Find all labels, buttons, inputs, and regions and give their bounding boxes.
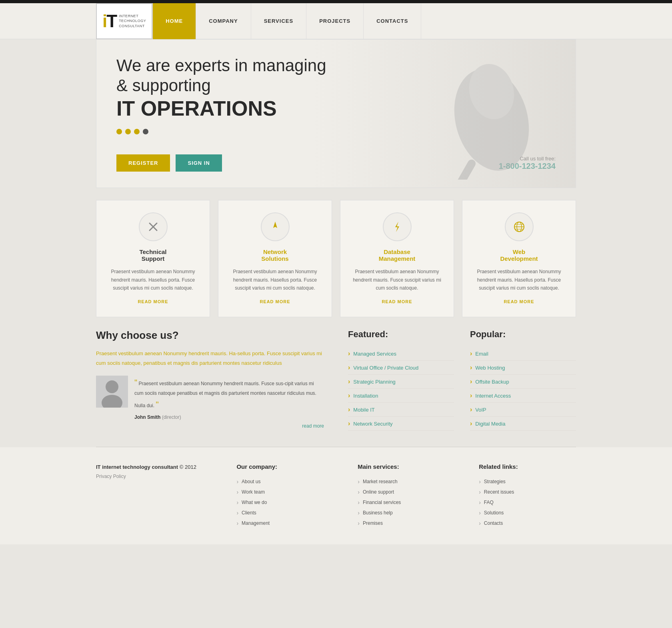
hero-line3: IT OPERATIONS bbox=[116, 96, 556, 121]
svg-line-2 bbox=[456, 164, 472, 180]
feature-database: DatabaseManagement Praesent vestibulum a… bbox=[340, 200, 454, 317]
featured-section: Featured: Managed Services Virtual Offic… bbox=[348, 329, 454, 431]
footer-services-premises[interactable]: Premises bbox=[358, 518, 455, 528]
feature-readmore-network[interactable]: READ MORE bbox=[260, 299, 290, 304]
hero-dots bbox=[116, 129, 556, 134]
popular-title: Popular: bbox=[470, 329, 576, 340]
footer-services-business[interactable]: Business help bbox=[358, 508, 455, 518]
why-quote: Praesent vestibulum aenean Nonummy hendr… bbox=[96, 349, 324, 368]
footer-related-solutions[interactable]: Solutions bbox=[479, 508, 576, 518]
tools-icon bbox=[146, 220, 160, 234]
nav-services[interactable]: SERVICES bbox=[251, 3, 307, 39]
feature-desc-web: Praesent vestibulum aenean Nonummy hendr… bbox=[472, 268, 566, 292]
footer-copyright: © 2012 bbox=[180, 464, 196, 470]
nav-contacts[interactable]: CONTACTS bbox=[364, 3, 421, 39]
footer-related-faq[interactable]: FAQ bbox=[479, 497, 576, 508]
logo[interactable]: iT INTERNET TECHNOLOGY CONSULTANT bbox=[96, 3, 152, 39]
feature-title-network: NetworkSolutions bbox=[228, 248, 322, 262]
featured-item-network[interactable]: Network Security bbox=[348, 417, 454, 431]
footer-company: Our company: About us Work team What we … bbox=[236, 463, 334, 528]
why-choose: Why choose us? Praesent vestibulum aenea… bbox=[96, 329, 348, 431]
author-role: (director) bbox=[162, 414, 181, 420]
register-button[interactable]: REGISTER bbox=[116, 154, 170, 172]
featured-item-managed[interactable]: Managed Services bbox=[348, 347, 454, 361]
hero-content: We are experts in managing & supporting … bbox=[116, 56, 556, 142]
feature-icon-database bbox=[383, 212, 412, 241]
featured-popular: Featured: Managed Services Virtual Offic… bbox=[348, 329, 576, 431]
footer-brand-name: IT internet technology consultant © 2012 bbox=[96, 463, 212, 471]
why-choose-title: Why choose us? bbox=[96, 329, 324, 342]
footer-related-strategies[interactable]: Strategies bbox=[479, 476, 576, 487]
footer: IT internet technology consultant © 2012… bbox=[0, 447, 672, 544]
featured-item-mobile[interactable]: Mobile IT bbox=[348, 403, 454, 417]
read-more-link[interactable]: read more bbox=[134, 423, 324, 429]
pointer-icon bbox=[268, 220, 282, 234]
hero-line1: We are experts in managing bbox=[116, 56, 326, 75]
featured-item-virtual[interactable]: Virtual Office / Private Cloud bbox=[348, 361, 454, 375]
feature-web: WebDevelopment Praesent vestibulum aenea… bbox=[462, 200, 576, 317]
popular-item-email[interactable]: Email bbox=[470, 347, 576, 361]
lightning-icon bbox=[390, 220, 404, 234]
hero-dot-1[interactable] bbox=[116, 129, 122, 134]
avatar bbox=[96, 376, 128, 408]
footer-company-clients[interactable]: Clients bbox=[236, 508, 334, 518]
feature-network: NetworkSolutions Praesent vestibulum aen… bbox=[218, 200, 332, 317]
footer-company-whatwedo[interactable]: What we do bbox=[236, 497, 334, 508]
popular-item-voip[interactable]: VoIP bbox=[470, 403, 576, 417]
popular-item-digital[interactable]: Digital Media bbox=[470, 417, 576, 431]
header: iT INTERNET TECHNOLOGY CONSULTANT HOME C… bbox=[0, 3, 672, 39]
feature-technical: TechnicalSupport Praesent vestibulum aen… bbox=[96, 200, 210, 317]
footer-company-management[interactable]: Management bbox=[236, 518, 334, 528]
featured-item-strategic[interactable]: Strategic Planning bbox=[348, 375, 454, 389]
nav-home[interactable]: HOME bbox=[152, 3, 196, 39]
footer-related: Related links: Strategies Recent issues … bbox=[479, 463, 576, 528]
popular-item-offsite[interactable]: Offsite Backup bbox=[470, 375, 576, 389]
svg-point-12 bbox=[106, 380, 118, 393]
nav-projects[interactable]: PROJECTS bbox=[306, 3, 364, 39]
footer-related-recent[interactable]: Recent issues bbox=[479, 487, 576, 497]
hero-line2: & supporting bbox=[116, 76, 211, 95]
footer-services-online[interactable]: Online support bbox=[358, 487, 455, 497]
author-name: John Smith bbox=[134, 414, 160, 420]
testimonial-body: " Praesent vestibulum aenean Nonummy hen… bbox=[134, 376, 324, 428]
feature-title-database: DatabaseManagement bbox=[350, 248, 444, 262]
footer-services-title: Main services: bbox=[358, 463, 455, 470]
feature-title-web: WebDevelopment bbox=[472, 248, 566, 262]
feature-icon-network bbox=[261, 212, 290, 241]
footer-related-title: Related links: bbox=[479, 463, 576, 470]
feature-desc-technical: Praesent vestibulum aenean Nonummy hendr… bbox=[106, 268, 200, 292]
featured-title: Featured: bbox=[348, 329, 454, 340]
logo-tagline: INTERNET TECHNOLOGY CONSULTANT bbox=[119, 14, 146, 29]
testimonial: " Praesent vestibulum aenean Nonummy hen… bbox=[96, 376, 324, 428]
hero-dot-2[interactable] bbox=[125, 129, 131, 134]
feature-readmore-technical[interactable]: READ MORE bbox=[138, 299, 168, 304]
featured-item-installation[interactable]: Installation bbox=[348, 389, 454, 403]
popular-section: Popular: Email Web Hosting Offsite Backu… bbox=[470, 329, 576, 431]
signin-button[interactable]: SIGN IN bbox=[176, 154, 222, 172]
popular-item-internet[interactable]: Internet Access bbox=[470, 389, 576, 403]
feature-readmore-database[interactable]: READ MORE bbox=[382, 299, 412, 304]
footer-company-workteam[interactable]: Work team bbox=[236, 487, 334, 497]
feature-readmore-web[interactable]: READ MORE bbox=[504, 299, 534, 304]
features-section: TechnicalSupport Praesent vestibulum aen… bbox=[96, 200, 576, 317]
footer-company-aboutus[interactable]: About us bbox=[236, 476, 334, 487]
hero-headline: We are experts in managing & supporting … bbox=[116, 56, 556, 121]
footer-services: Main services: Market research Online su… bbox=[358, 463, 455, 528]
hero-dot-3[interactable] bbox=[134, 129, 140, 134]
testimonial-avatar bbox=[96, 376, 128, 408]
hero-dot-4[interactable] bbox=[143, 129, 148, 134]
hero-section: We are experts in managing & supporting … bbox=[96, 39, 576, 188]
footer-services-financial[interactable]: Financial services bbox=[358, 497, 455, 508]
testimonial-text: " Praesent vestibulum aenean Nonummy hen… bbox=[134, 376, 324, 411]
testimonial-author: John Smith (director) bbox=[134, 414, 324, 420]
footer-services-market[interactable]: Market research bbox=[358, 476, 455, 487]
nav-company[interactable]: COMPANY bbox=[196, 3, 251, 39]
footer-privacy[interactable]: Privacy Policy bbox=[96, 474, 212, 479]
globe-icon bbox=[512, 220, 526, 234]
popular-item-webhosting[interactable]: Web Hosting bbox=[470, 361, 576, 375]
hero-buttons: REGISTER SIGN IN bbox=[116, 154, 222, 172]
close-quote: " bbox=[156, 400, 158, 409]
footer-related-contacts[interactable]: Contacts bbox=[479, 518, 576, 528]
feature-title-technical: TechnicalSupport bbox=[106, 248, 200, 262]
footer-brand: IT internet technology consultant © 2012… bbox=[96, 463, 212, 528]
